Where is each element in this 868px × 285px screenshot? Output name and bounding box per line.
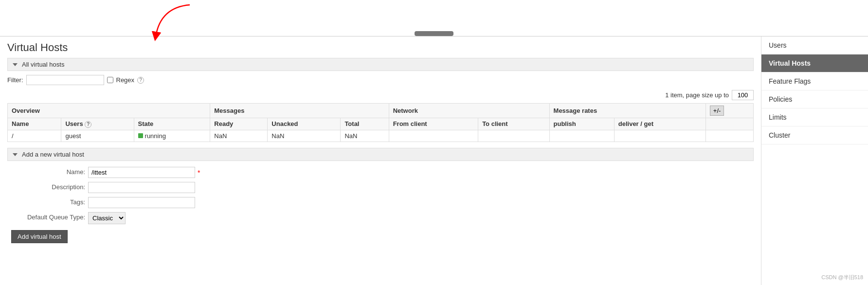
scroll-handle[interactable] — [415, 31, 453, 36]
col-unacked: Unacked — [268, 118, 341, 130]
regex-label: Regex — [116, 76, 135, 84]
row-ready: NaN — [210, 130, 268, 142]
sidebar-item-virtual-hosts[interactable]: Virtual Hosts — [761, 54, 868, 72]
col-from-client: From client — [389, 118, 478, 130]
row-state: running — [134, 130, 210, 142]
col-users: Users ? — [61, 118, 134, 130]
tags-form-label: Tags: — [7, 197, 85, 208]
col-state: State — [134, 118, 210, 130]
sidebar-item-cluster[interactable]: Cluster — [761, 126, 868, 144]
sidebar-item-policies[interactable]: Policies — [761, 90, 868, 108]
main-layout: Virtual Hosts All virtual hosts Filter: … — [0, 36, 868, 285]
page-title: Virtual Hosts — [7, 41, 754, 54]
row-deliver-get — [614, 130, 705, 142]
regex-checkbox[interactable] — [107, 77, 113, 83]
collapse-icon[interactable] — [13, 63, 18, 66]
status-dot — [138, 133, 143, 138]
row-name[interactable]: / — [8, 130, 61, 142]
add-vhost-form: Name: * Description: Tags: Default Queue… — [7, 167, 226, 224]
users-help-icon[interactable]: ? — [85, 121, 91, 128]
sidebar-item-feature-flags[interactable]: Feature Flags — [761, 72, 868, 90]
required-star: * — [198, 169, 200, 177]
queue-type-form-field: ClassicQuorumStream — [88, 212, 226, 224]
all-vhosts-section-label: All virtual hosts — [22, 61, 64, 68]
col-publish: publish — [549, 118, 614, 130]
watermark: CSDN @半旧518 — [821, 274, 863, 281]
row-unacked: NaN — [268, 130, 341, 142]
pagination-text: 1 item, page size up to — [665, 91, 729, 99]
description-form-label: Description: — [7, 182, 85, 193]
tags-input[interactable] — [88, 197, 195, 208]
filter-row: Filter: Regex ? — [7, 75, 754, 85]
pagination-info: 1 item, page size up to — [7, 90, 754, 100]
description-input[interactable] — [88, 182, 195, 193]
top-bar — [0, 0, 868, 36]
add-section-label: Add a new virtual host — [22, 151, 84, 158]
tags-form-field — [88, 197, 226, 208]
filter-input[interactable] — [26, 75, 104, 85]
plus-minus-button[interactable]: +/- — [710, 106, 724, 116]
sidebar-item-limits[interactable]: Limits — [761, 108, 868, 126]
sidebar: UsersVirtual HostsFeature FlagsPoliciesL… — [761, 36, 868, 285]
table-row: /guestrunningNaNNaNNaN — [8, 130, 754, 142]
group-message-rates: Message rates — [549, 104, 705, 118]
col-name: Name — [8, 118, 61, 130]
add-vhost-section-header: Add a new virtual host — [7, 148, 754, 161]
plus-minus-cell[interactable]: +/- — [705, 104, 753, 118]
filter-help-icon[interactable]: ? — [137, 77, 144, 84]
main-content: Virtual Hosts All virtual hosts Filter: … — [0, 36, 761, 285]
col-ready: Ready — [210, 118, 268, 130]
row-extra — [705, 130, 753, 142]
col-total: Total — [341, 118, 389, 130]
queue-type-select[interactable]: ClassicQuorumStream — [88, 212, 126, 224]
filter-label: Filter: — [7, 76, 23, 84]
add-virtual-host-button[interactable]: Add virtual host — [11, 230, 68, 243]
col-to-client: To client — [478, 118, 549, 130]
row-from-client — [389, 130, 478, 142]
name-form-field: * — [88, 167, 226, 178]
add-section-collapse-icon[interactable] — [13, 153, 18, 156]
page-size-input[interactable] — [732, 90, 754, 100]
vhost-table: Overview Messages Network Message rates … — [7, 103, 754, 142]
all-vhosts-section-header: All virtual hosts — [7, 58, 754, 71]
row-users: guest — [61, 130, 134, 142]
group-overview: Overview — [8, 104, 210, 118]
name-input[interactable] — [88, 167, 195, 178]
group-network: Network — [389, 104, 549, 118]
arrow-annotation — [146, 2, 204, 41]
row-to-client — [478, 130, 549, 142]
row-publish — [549, 130, 614, 142]
row-total: NaN — [341, 130, 389, 142]
col-deliver-get: deliver / get — [614, 118, 705, 130]
description-form-field — [88, 182, 226, 193]
group-messages: Messages — [210, 104, 389, 118]
name-form-label: Name: — [7, 167, 85, 178]
col-extra — [705, 118, 753, 130]
queue-type-form-label: Default Queue Type: — [7, 212, 85, 224]
sidebar-item-users[interactable]: Users — [761, 36, 868, 54]
